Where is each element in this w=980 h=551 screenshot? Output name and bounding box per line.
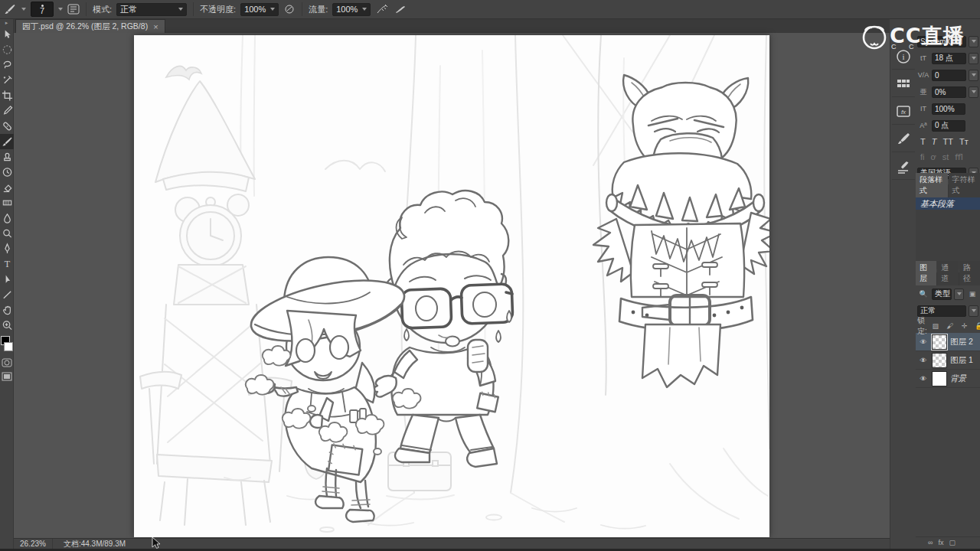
screen-mode-button[interactable] <box>0 370 14 383</box>
ligature-button-0[interactable]: fi <box>920 152 925 161</box>
styles-panel-icon[interactable]: fx <box>892 99 915 125</box>
layers-tab[interactable]: 图层 <box>916 261 936 285</box>
pressure-opacity-icon[interactable] <box>283 2 296 17</box>
lasso-tool[interactable] <box>0 57 14 73</box>
layer-name: 背景 <box>950 373 966 384</box>
airbrush-icon[interactable] <box>375 2 389 17</box>
layer-row[interactable]: 👁图层 1 <box>916 351 980 370</box>
layer-thumbnail[interactable] <box>932 334 947 350</box>
tab-close-icon[interactable]: × <box>153 22 158 31</box>
pen-tool[interactable] <box>0 241 14 256</box>
type-style-button-3[interactable]: Tᴛ <box>959 137 969 146</box>
lock-paint-icon[interactable]: 🖌 <box>944 322 956 330</box>
svg-text:fx: fx <box>900 109 906 116</box>
toggle-brush-panel-icon[interactable] <box>67 2 80 17</box>
font-family-select[interactable]: System O M <box>917 36 966 47</box>
blend-mode-select[interactable]: 正常 <box>116 3 187 16</box>
font-size-arrow[interactable] <box>969 53 978 64</box>
tracking-arrow[interactable] <box>969 86 978 98</box>
document-tab[interactable]: 园丁.psd @ 26.2% (图层 2, RGB/8) × <box>15 19 165 33</box>
tool-preset-arrow[interactable] <box>21 8 26 11</box>
link-layers-icon[interactable]: ∞ <box>928 539 933 546</box>
canvas-document[interactable] <box>134 35 769 537</box>
font-family-arrow[interactable] <box>969 36 978 47</box>
healing-brush-tool[interactable] <box>0 119 14 134</box>
toolbar-collapse-icon[interactable]: ▸ <box>0 19 13 27</box>
zoom-tool[interactable] <box>0 318 14 333</box>
layer-visibility-icon[interactable]: 👁 <box>918 375 929 383</box>
hand-tool[interactable] <box>0 302 14 318</box>
gradient-tool[interactable] <box>0 195 14 210</box>
tool-options-bar: 7 模式: 正常 不透明度: 100% 流量: 100% <box>0 0 980 19</box>
layer-visibility-icon[interactable]: 👁 <box>918 357 929 364</box>
pasteboard[interactable] <box>14 33 890 538</box>
kerning-icon: V/A <box>917 71 929 79</box>
info-panel-icon[interactable]: i <box>892 44 915 70</box>
brush-preset-arrow[interactable] <box>58 8 63 11</box>
vertical-scale-field[interactable]: 100% <box>932 103 965 115</box>
background-color-swatch[interactable] <box>4 342 13 351</box>
paragraph-style-item[interactable]: 基本段落 <box>916 197 980 210</box>
layer-thumbnail[interactable] <box>932 353 947 368</box>
baseline-shift-field[interactable]: 0 点 <box>932 120 965 132</box>
filter-pixel-icon[interactable]: ▣ <box>966 290 978 298</box>
ligature-button-3[interactable]: ﬄ <box>955 152 963 162</box>
kerning-field[interactable]: 0 <box>932 70 966 81</box>
history-brush-tool[interactable] <box>0 165 14 180</box>
brush-tool[interactable] <box>0 134 14 149</box>
layers-tab[interactable]: 通道 <box>937 261 958 285</box>
layer-row[interactable]: 👁背景 <box>916 370 980 388</box>
path-selection-tool[interactable] <box>0 272 14 287</box>
right-panels: System O M tT 18 点 V/A 0 亜 0% IT 100% Aª… <box>916 33 980 549</box>
type-style-button-2[interactable]: TT <box>942 137 952 146</box>
marquee-tool[interactable] <box>0 42 14 57</box>
font-size-field[interactable]: 18 点 <box>932 53 966 64</box>
magic-wand-tool[interactable] <box>0 73 14 88</box>
styles-tab[interactable]: 段落样式 <box>916 173 948 197</box>
blur-tool[interactable] <box>0 210 14 226</box>
tools-panel: ▸ T <box>0 19 14 551</box>
vertical-scale-icon: IT <box>917 105 929 112</box>
tool-presets-panel-icon[interactable] <box>892 154 915 180</box>
opacity-select[interactable]: 100% <box>240 3 279 16</box>
tracking-field[interactable]: 0% <box>932 86 966 98</box>
flow-select[interactable]: 100% <box>332 3 371 16</box>
layer-fx-icon[interactable]: fx <box>938 539 943 546</box>
type-tool[interactable]: T <box>0 256 14 272</box>
eyedropper-tool[interactable] <box>0 103 14 119</box>
crop-tool[interactable] <box>0 88 14 103</box>
layer-visibility-icon[interactable]: 👁 <box>918 338 929 346</box>
styles-tab[interactable]: 字符样式 <box>949 173 980 197</box>
brush-size: 7 <box>40 8 44 14</box>
mouse-cursor <box>152 537 161 551</box>
clone-stamp-tool[interactable] <box>0 149 14 165</box>
swatches-panel-icon[interactable] <box>892 71 915 97</box>
layer-blend-arrow[interactable] <box>969 305 978 317</box>
quick-mask-button[interactable] <box>0 356 14 370</box>
zoom-level-field[interactable]: 26.23% <box>14 539 53 549</box>
lock-all-icon[interactable]: 🔒 <box>973 322 980 330</box>
brush-preset-picker[interactable]: 7 <box>31 2 54 17</box>
type-style-button-0[interactable]: T <box>920 137 926 146</box>
ligature-button-1[interactable]: ơ <box>931 152 936 161</box>
line-tool[interactable] <box>0 287 14 302</box>
brush-tool-icon[interactable] <box>3 2 17 17</box>
brush-panel-panel-icon[interactable] <box>892 126 915 152</box>
layer-filter-select[interactable]: 类型 <box>932 289 952 300</box>
dodge-tool[interactable] <box>0 226 14 241</box>
ligature-button-2[interactable]: st <box>942 152 949 161</box>
layer-mask-icon[interactable]: ▢ <box>949 539 956 546</box>
smoothing-icon[interactable] <box>394 2 407 17</box>
eraser-tool[interactable] <box>0 180 14 195</box>
type-style-button-1[interactable]: T <box>932 137 937 146</box>
lock-transparency-icon[interactable]: ▨ <box>929 322 942 330</box>
layer-thumbnail[interactable] <box>932 371 947 386</box>
layers-panel-tabs: 图层通道路径 <box>916 272 980 285</box>
move-tool[interactable] <box>0 27 14 42</box>
kerning-arrow[interactable] <box>969 70 978 81</box>
layers-tab[interactable]: 路径 <box>959 261 980 285</box>
vertical-scale-row: IT 100% <box>916 100 980 117</box>
layer-filter-arrow[interactable] <box>954 289 964 300</box>
lock-move-icon[interactable]: ✛ <box>959 322 971 330</box>
document-size-info[interactable]: 文档:44.3M/89.3M <box>53 539 136 549</box>
